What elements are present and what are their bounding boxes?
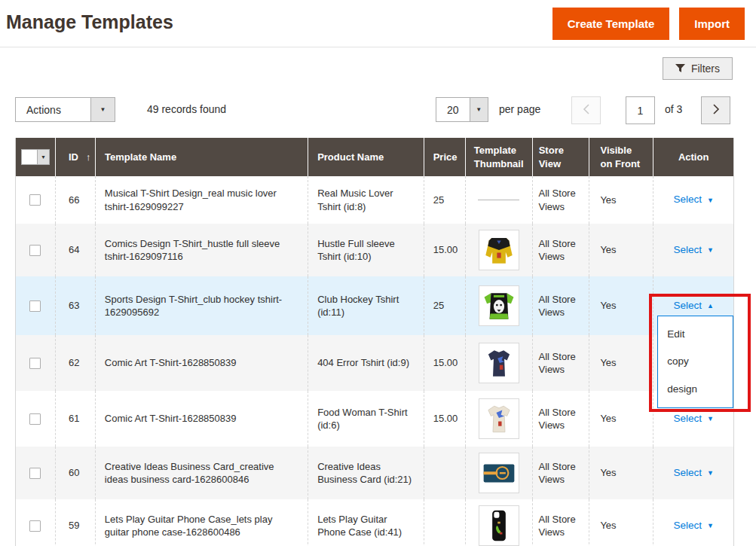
cell-tname: Comic Art T-Shirt-1628850839 — [95, 335, 308, 391]
select-action-label: Select — [673, 193, 702, 206]
column-header-store: Store View — [532, 138, 589, 176]
cell-cb — [16, 335, 55, 391]
cell-cb — [16, 176, 55, 224]
cell-visible: Yes — [589, 176, 653, 224]
menu-item-edit[interactable]: Edit — [658, 321, 733, 348]
menu-item-design[interactable]: design — [658, 376, 733, 403]
row-checkbox[interactable] — [29, 194, 41, 206]
select-action-label: Select — [673, 519, 702, 532]
select-action-link[interactable]: Select▼ — [673, 193, 713, 206]
filters-button-label: Filters — [691, 63, 720, 75]
select-action-link[interactable]: Select▼ — [673, 466, 713, 480]
id-value: 61 — [69, 412, 79, 426]
cell-action: Select▼ — [653, 224, 733, 276]
store-view-value: All Store Views — [539, 187, 583, 213]
cell-visible: Yes — [589, 499, 653, 546]
column-header-thumb: Template Thumbnail — [465, 138, 532, 176]
cell-action: Select▼ — [653, 499, 733, 546]
product-name-value: Food Woman T-Shirt (id:6) — [317, 406, 415, 432]
store-view-value: All Store Views — [539, 237, 583, 264]
price-value: 15.00 — [433, 243, 458, 257]
cell-price — [424, 499, 465, 546]
cell-thumb — [465, 335, 532, 391]
column-header-label: Template Name — [105, 151, 176, 164]
next-page-button[interactable] — [701, 96, 730, 124]
id-value: 63 — [69, 299, 79, 313]
column-header-label: Price — [433, 151, 458, 164]
thumbnail-image — [479, 343, 519, 383]
cell-pname: Creative Ideas Business Card (id:21) — [308, 447, 424, 499]
page-title: Manage Templates — [6, 11, 173, 33]
previous-page-button[interactable] — [571, 96, 601, 124]
row-checkbox[interactable] — [29, 520, 41, 532]
actions-dropdown[interactable]: Actions ▼ — [15, 97, 115, 122]
filters-row: Filters — [663, 57, 733, 80]
select-action-link[interactable]: Select▼ — [673, 519, 713, 532]
column-header-action: Action — [653, 138, 733, 176]
import-button[interactable]: Import — [679, 8, 745, 40]
select-all-checkbox[interactable]: ▼ — [21, 149, 50, 165]
id-value: 64 — [69, 243, 79, 257]
create-template-button[interactable]: Create Template — [552, 8, 670, 40]
row-checkbox[interactable] — [29, 358, 41, 369]
store-view-value: All Store Views — [539, 350, 583, 377]
cell-visible: Yes — [589, 224, 653, 276]
row-checkbox[interactable] — [29, 300, 41, 312]
row-checkbox[interactable] — [29, 468, 41, 479]
template-name-value: Sports Design T-Shirt_club hockey tshirt… — [105, 293, 298, 319]
chevron-left-icon — [583, 103, 590, 118]
price-value: 25 — [433, 194, 444, 207]
cell-store: All Store Views — [532, 276, 589, 335]
row-checkbox[interactable] — [29, 413, 41, 425]
page-number-input[interactable] — [626, 96, 655, 124]
store-view-value: All Store Views — [539, 460, 583, 487]
product-name-value: Real Music Lover Tshirt (id:8) — [317, 187, 415, 213]
select-action-link[interactable]: Select▼ — [673, 243, 713, 257]
cell-price — [424, 447, 465, 499]
cell-cb — [16, 276, 55, 335]
id-value: 59 — [69, 519, 79, 532]
filter-funnel-icon — [675, 63, 685, 75]
table-row: 62Comic Art T-Shirt-1628850839404 Error … — [16, 335, 733, 391]
row-checkbox[interactable] — [29, 245, 41, 256]
visible-on-front-value: Yes — [600, 243, 616, 257]
select-action-link[interactable]: Select▼ — [673, 412, 713, 426]
cell-id: 59 — [55, 499, 95, 546]
cell-tname: Musical T-Shirt Design_real music lover … — [95, 176, 308, 224]
cell-visible: Yes — [589, 391, 653, 447]
chevron-up-icon: ▲ — [707, 301, 714, 310]
visible-on-front-value: Yes — [600, 356, 616, 370]
cell-price: 25 — [424, 176, 465, 224]
cell-id: 62 — [55, 335, 95, 391]
filters-button[interactable]: Filters — [663, 57, 733, 80]
cell-thumb — [465, 391, 532, 447]
manage-templates-page: Manage Templates Create Template Import … — [0, 0, 756, 546]
select-action-link[interactable]: Select▲ — [673, 299, 713, 313]
grid-body: 66Musical T-Shirt Design_real music love… — [16, 176, 733, 546]
column-header-label: Product Name — [317, 151, 384, 164]
template-name-value: Comic Art T-Shirt-1628850839 — [105, 356, 237, 370]
cell-pname: 404 Error Tshirt (id:9) — [308, 335, 424, 391]
column-header-label: Template Thumbnail — [474, 144, 524, 170]
cell-id: 61 — [55, 391, 95, 447]
column-header-id[interactable]: ID↑ — [55, 138, 95, 176]
chevron-down-icon: ▼ — [707, 414, 714, 423]
chevron-down-icon: ▼ — [90, 98, 115, 121]
id-value: 66 — [69, 194, 79, 207]
column-header-tname: Template Name — [95, 138, 308, 176]
menu-item-copy[interactable]: copy — [658, 348, 733, 375]
price-value: 15.00 — [433, 356, 458, 370]
cell-tname: Lets Play Guitar Phone Case_lets play gu… — [95, 499, 308, 546]
cell-pname: Club Hockey Tshirt (id:11) — [308, 276, 424, 335]
column-header-label: Store View — [539, 144, 583, 170]
cell-store: All Store Views — [532, 447, 589, 499]
column-header-label: Action — [678, 151, 709, 164]
per-page-dropdown[interactable]: 20 ▼ — [436, 97, 488, 122]
cell-store: All Store Views — [532, 224, 589, 276]
column-header-label: Visible on Front — [600, 144, 644, 170]
cell-id: 64 — [55, 224, 95, 276]
cell-store: All Store Views — [532, 499, 589, 546]
thumbnail-image — [479, 453, 519, 493]
column-header-select-all: ▼ — [16, 138, 55, 176]
cell-visible: Yes — [589, 335, 653, 391]
